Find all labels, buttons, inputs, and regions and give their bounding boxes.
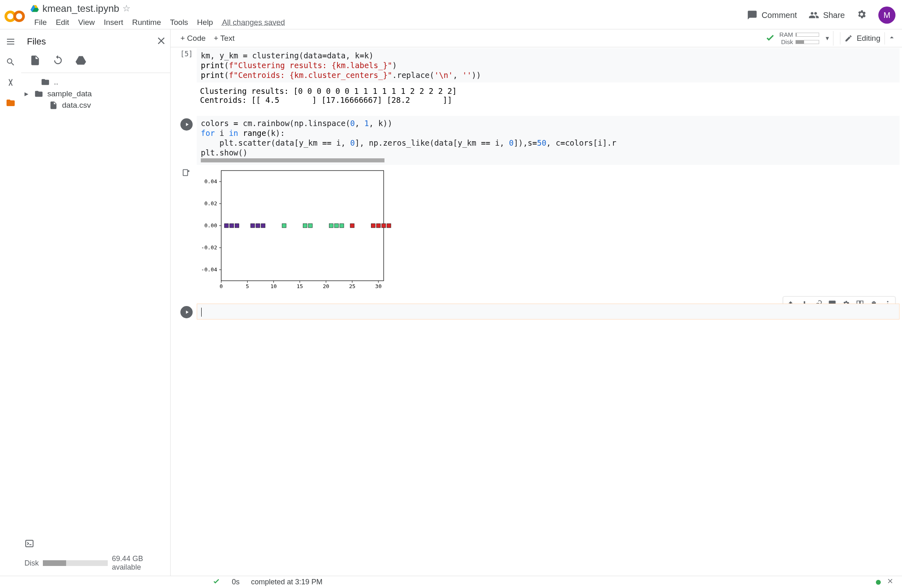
scatter-chart: -0.04-0.020.000.020.04051015202530	[196, 166, 392, 293]
editing-mode-button[interactable]: Editing	[840, 32, 885, 44]
svg-text:0.00: 0.00	[204, 222, 217, 229]
menu-tools[interactable]: Tools	[166, 16, 192, 29]
avatar[interactable]: M	[878, 7, 895, 24]
svg-rect-38	[329, 224, 333, 228]
file-label: data.csv	[62, 101, 91, 110]
svg-rect-41	[350, 224, 354, 228]
star-icon[interactable]: ☆	[122, 3, 131, 14]
ram-label: RAM	[780, 31, 793, 38]
notebook-body[interactable]: [5]km, y_km = clustering(data=data, k=k)…	[171, 47, 902, 576]
disk-available: 69.44 GB available	[112, 555, 167, 572]
horizontal-scrollbar[interactable]	[201, 158, 384, 162]
document-title[interactable]: kmean_test.ipynb	[42, 3, 119, 14]
main-area: Files ..▸sample_datadata.csv Disk 69.44 …	[0, 29, 902, 576]
save-status: All changes saved	[218, 16, 289, 29]
code-cell: [5]km, y_km = clustering(data=data, k=k)…	[176, 48, 900, 82]
menu-runtime[interactable]: Runtime	[128, 16, 165, 29]
comment-button[interactable]: Comment	[747, 10, 797, 20]
svg-point-1	[15, 12, 24, 21]
svg-text:30: 30	[375, 283, 382, 289]
exec-count: [5]	[180, 50, 193, 58]
folder-icon	[41, 78, 50, 87]
share-button[interactable]: Share	[809, 10, 845, 20]
svg-rect-37	[308, 224, 312, 228]
share-label: Share	[823, 11, 845, 20]
resource-indicator[interactable]: RAM Disk ▾	[765, 31, 833, 46]
svg-rect-2	[26, 540, 33, 547]
menu-help[interactable]: Help	[193, 16, 217, 29]
svg-rect-35	[282, 224, 286, 228]
svg-text:10: 10	[271, 283, 277, 289]
terminal-icon[interactable]	[24, 539, 167, 550]
svg-rect-44	[382, 224, 386, 228]
file-row[interactable]: data.csv	[23, 100, 169, 111]
svg-rect-34	[261, 224, 265, 228]
disk-label: Disk	[24, 559, 39, 568]
cell-output-text: Clustering results: [0 0 0 0 0 0 1 1 1 1…	[197, 84, 900, 107]
disk-label-top: Disk	[781, 38, 793, 46]
toc-icon[interactable]	[6, 37, 16, 48]
settings-button[interactable]	[856, 9, 867, 21]
svg-text:20: 20	[323, 283, 329, 289]
editing-label: Editing	[857, 34, 880, 43]
menu-insert[interactable]: Insert	[100, 16, 127, 29]
svg-rect-40	[340, 224, 344, 228]
run-cell-button[interactable]	[180, 118, 193, 131]
comment-label: Comment	[762, 11, 797, 20]
app-header: kmean_test.ipynb ☆ FileEditViewInsertRun…	[0, 0, 902, 29]
svg-rect-42	[371, 224, 375, 228]
notebook-column: + Code + Text RAM Disk ▾ Editing [5]km, …	[171, 29, 902, 576]
file-icon	[49, 101, 58, 110]
collapse-toolbar-icon[interactable]	[887, 33, 896, 44]
files-panel-title: Files	[27, 36, 156, 47]
mount-drive-icon[interactable]	[75, 55, 87, 68]
svg-rect-39	[334, 224, 338, 228]
file-row[interactable]: ▸sample_data	[23, 88, 169, 100]
resource-dropdown-icon[interactable]: ▾	[826, 34, 829, 42]
svg-text:0.04: 0.04	[204, 178, 217, 184]
file-tree: ..▸sample_datadata.csv	[21, 75, 170, 113]
disk-usage-bar	[43, 560, 108, 566]
svg-rect-45	[387, 224, 391, 228]
file-label: sample_data	[47, 89, 92, 98]
code-editor[interactable]: colors = cm.rainbow(np.linspace(0, 1, k)…	[197, 116, 900, 165]
svg-rect-43	[376, 224, 380, 228]
svg-rect-33	[256, 224, 260, 228]
variables-icon[interactable]	[6, 78, 16, 89]
svg-rect-29	[224, 224, 229, 228]
menu-file[interactable]: File	[30, 16, 51, 29]
file-row[interactable]: ..	[23, 76, 169, 88]
svg-rect-31	[235, 224, 239, 228]
chevron-right-icon[interactable]: ▸	[24, 89, 30, 98]
close-files-panel[interactable]	[156, 35, 167, 48]
file-label: ..	[54, 78, 58, 87]
svg-rect-3	[183, 170, 188, 176]
menu-edit[interactable]: Edit	[52, 16, 73, 29]
code-editor[interactable]	[197, 304, 900, 320]
svg-text:25: 25	[349, 283, 355, 289]
text-cursor	[201, 308, 202, 317]
colab-logo	[4, 6, 25, 27]
svg-rect-30	[230, 224, 234, 228]
refresh-icon[interactable]	[52, 55, 64, 68]
clear-output-icon[interactable]	[176, 166, 196, 295]
svg-text:5: 5	[246, 283, 249, 289]
code-cell-active	[176, 304, 900, 320]
left-rail	[0, 29, 21, 576]
drive-icon	[30, 4, 39, 13]
svg-point-46	[887, 301, 888, 302]
code-cell: colors = cm.rainbow(np.linspace(0, 1, k)…	[176, 116, 900, 165]
run-cell-button[interactable]	[180, 306, 193, 318]
search-icon[interactable]	[6, 57, 16, 69]
svg-text:15: 15	[297, 283, 303, 289]
code-editor[interactable]: km, y_km = clustering(data=data, k=k) pr…	[197, 48, 900, 82]
menu-view[interactable]: View	[74, 16, 99, 29]
files-panel: Files ..▸sample_datadata.csv Disk 69.44 …	[21, 29, 171, 576]
svg-text:0.02: 0.02	[204, 200, 217, 206]
upload-file-icon[interactable]	[29, 55, 41, 68]
notebook-toolbar: + Code + Text RAM Disk ▾ Editing	[171, 29, 902, 47]
folder-icon	[34, 89, 43, 98]
add-text-button[interactable]: + Text	[210, 32, 239, 44]
files-tab-icon[interactable]	[6, 98, 16, 109]
add-code-button[interactable]: + Code	[176, 32, 210, 44]
